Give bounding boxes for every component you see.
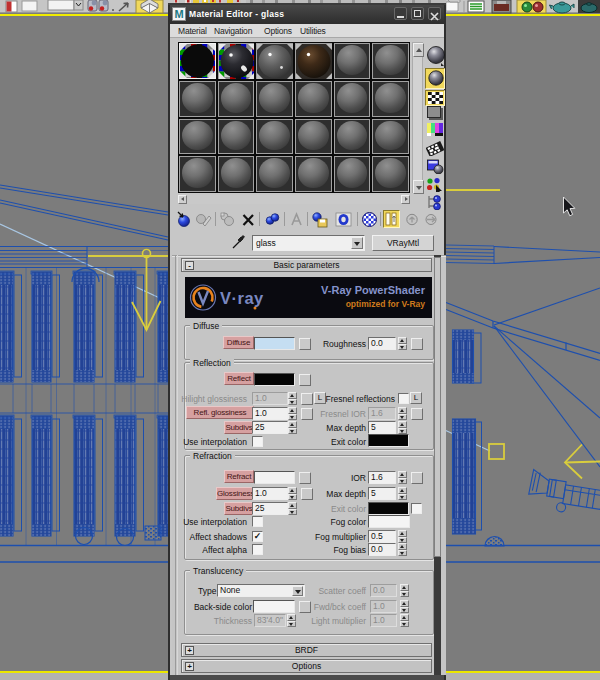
- svg-text:V·ray: V·ray: [220, 289, 264, 307]
- svg-text:optimized for V-Ray: optimized for V-Ray: [346, 299, 426, 309]
- svg-text:V-Ray PowerShader: V-Ray PowerShader: [321, 284, 426, 296]
